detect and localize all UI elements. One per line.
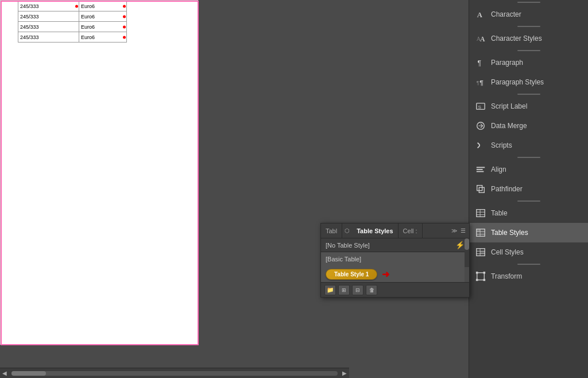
sidebar-item-transform[interactable]: Transform — [469, 267, 588, 286]
table-row: 245/333 Euro6 — [18, 32, 127, 43]
table-row: 245/333 Euro6 — [18, 11, 127, 22]
sidebar-item-label: Script Label — [491, 102, 527, 110]
sidebar-item-label: Table — [491, 209, 508, 217]
table-row: 245/333 Euro6 — [18, 22, 127, 32]
no-style-label: [No Table Style] — [326, 242, 370, 249]
expand-icon[interactable]: ≫ — [450, 226, 458, 235]
load-styles-button[interactable]: 📁 — [324, 285, 336, 295]
svg-rect-12 — [477, 186, 482, 191]
svg-rect-28 — [477, 273, 485, 280]
sidebar-item-paragraph-styles[interactable]: ¶ ¶ Paragraph Styles — [469, 72, 588, 92]
sidebar-item-label: Scripts — [491, 141, 512, 149]
sidebar-item-label: Data Merge — [491, 122, 527, 130]
scripts-icon — [475, 140, 486, 151]
scrollbar-track[interactable] — [465, 238, 469, 267]
sidebar-item-label: Character Styles — [491, 34, 542, 43]
sidebar-divider-2 — [469, 48, 588, 53]
svg-text:A: A — [480, 36, 485, 43]
svg-rect-31 — [476, 279, 478, 281]
right-sidebar: A Character A A Character Styles ¶ Parag… — [469, 0, 588, 378]
character-styles-icon: A A — [475, 33, 486, 44]
duplicate-style-button[interactable]: ⊟ — [352, 285, 363, 295]
red-arrow-icon: ➜ — [382, 269, 389, 280]
sidebar-item-label: Paragraph Styles — [491, 78, 544, 86]
table-style-1-label: Table Style 1 — [326, 269, 377, 280]
sidebar-item-character[interactable]: A Character — [469, 5, 588, 24]
sidebar-divider-4 — [469, 155, 588, 160]
horizontal-scrollbar[interactable] — [11, 371, 338, 376]
svg-text:¶: ¶ — [478, 59, 482, 67]
sidebar-item-cell-styles[interactable]: Cell Styles — [469, 242, 588, 262]
cell-styles-icon — [475, 246, 486, 258]
lightning-icon: ⚡ — [455, 241, 465, 249]
panel-header: Tabl ⬡ Table Styles Cell : ≫ ☰ — [321, 223, 469, 238]
sidebar-divider-6 — [469, 262, 588, 267]
style-list: [Basic Table] Table Style 1 ➜ — [321, 252, 469, 282]
sidebar-top-drag-handle[interactable] — [469, 0, 588, 5]
svg-rect-32 — [483, 279, 486, 281]
sidebar-item-character-styles[interactable]: A A Character Styles — [469, 29, 588, 48]
sidebar-item-label: Table Styles — [491, 229, 528, 237]
tab-table-styles[interactable]: Table Styles — [352, 223, 398, 238]
next-page-arrow[interactable]: ▶ — [340, 369, 349, 377]
document-page: 245/333 Euro6 245/333 Euro6 245/333 Euro… — [0, 0, 198, 345]
table-row: 245/333 Euro6 — [18, 1, 127, 11]
sidebar-item-pathfinder[interactable]: Pathfinder — [469, 179, 588, 199]
document-table: 245/333 Euro6 245/333 Euro6 245/333 Euro… — [18, 1, 127, 43]
tab-tabl[interactable]: Tabl — [321, 223, 342, 238]
script-label-icon: S — [475, 101, 486, 112]
sidebar-item-label: Align — [491, 165, 506, 173]
svg-rect-13 — [479, 187, 484, 192]
sidebar-item-align[interactable]: Align — [469, 160, 588, 179]
menu-icon[interactable]: ☰ — [459, 226, 467, 235]
prev-page-arrow[interactable]: ◀ — [0, 369, 9, 377]
pathfinder-icon — [475, 183, 486, 195]
svg-rect-22 — [477, 229, 480, 232]
table-styles-icon — [475, 227, 486, 238]
delete-style-button[interactable]: 🗑 — [366, 285, 377, 295]
page-frame — [1, 1, 199, 345]
scrollbar-thumb[interactable] — [465, 238, 469, 250]
svg-rect-10 — [477, 169, 483, 170]
sidebar-item-scripts[interactable]: Scripts — [469, 136, 588, 155]
svg-rect-9 — [477, 167, 485, 168]
paragraph-styles-icon: ¶ ¶ — [475, 76, 486, 88]
sidebar-divider-5 — [469, 199, 588, 203]
sidebar-item-table[interactable]: Table — [469, 203, 588, 223]
svg-rect-27 — [480, 251, 485, 254]
character-icon: A — [475, 9, 486, 20]
no-table-style-row[interactable]: [No Table Style] ⚡ — [321, 238, 469, 252]
sidebar-item-script-label[interactable]: S Script Label — [469, 97, 588, 116]
panel-footer: 📁 ⊞ ⊟ 🗑 — [321, 282, 469, 297]
panel-header-actions: ≫ ☰ — [450, 226, 469, 235]
panel-content: [No Table Style] ⚡ [Basic Table] Table S… — [321, 238, 469, 282]
svg-text:¶: ¶ — [477, 80, 479, 86]
svg-rect-14 — [477, 210, 485, 217]
horizontal-scroll-thumb[interactable] — [11, 371, 46, 376]
table-style-1-item[interactable]: Table Style 1 ➜ — [321, 266, 465, 282]
floating-table-styles-panel[interactable]: Tabl ⬡ Table Styles Cell : ≫ ☰ [No Table… — [320, 223, 470, 298]
sidebar-item-label: Paragraph — [491, 59, 523, 67]
bottom-bar: ◀ ▶ — [0, 368, 349, 378]
svg-text:¶: ¶ — [479, 79, 483, 86]
transform-icon — [475, 271, 486, 282]
sidebar-item-label: Pathfinder — [491, 185, 523, 193]
sidebar-item-label: Cell Styles — [491, 248, 524, 256]
svg-text:A: A — [477, 11, 482, 19]
new-style-button[interactable]: ⊞ — [338, 285, 350, 295]
svg-rect-29 — [476, 272, 478, 274]
svg-rect-11 — [477, 171, 484, 172]
tab-arrow: ⬡ — [342, 225, 352, 236]
sidebar-item-label: Transform — [491, 272, 522, 280]
svg-text:S: S — [478, 105, 482, 110]
tab-cell[interactable]: Cell : — [399, 223, 423, 238]
canvas-area: 245/333 Euro6 245/333 Euro6 245/333 Euro… — [0, 0, 469, 378]
sidebar-item-label: Character — [491, 10, 521, 18]
svg-rect-30 — [483, 272, 486, 274]
basic-table-item[interactable]: [Basic Table] — [321, 252, 465, 266]
sidebar-item-table-styles[interactable]: Table Styles — [469, 223, 588, 242]
table-icon — [475, 207, 486, 219]
data-merge-icon — [475, 120, 486, 132]
sidebar-item-data-merge[interactable]: Data Merge — [469, 116, 588, 136]
sidebar-item-paragraph[interactable]: ¶ Paragraph — [469, 53, 588, 72]
